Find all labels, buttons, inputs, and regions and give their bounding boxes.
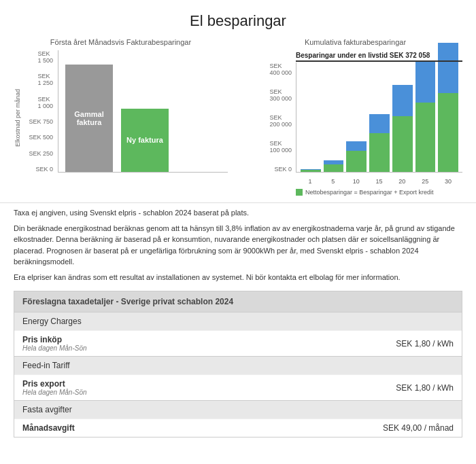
row-left-manadsavgift: Månadsavgift: [22, 423, 75, 433]
y-label-1500: SEK1 500: [37, 50, 53, 64]
group-feedin-tariff: Feed-in Tariff: [14, 356, 462, 374]
group-fasta-avgifter: Fasta avgifter: [14, 400, 462, 418]
cum-bar-group-5: [324, 160, 344, 172]
y-label-750: SEK 750: [29, 118, 53, 125]
y-label-250: SEK 250: [29, 150, 53, 157]
cum-bar-green-10: [346, 151, 367, 172]
cum-y-300k: SEK300 000: [269, 88, 292, 102]
charts-row: Första året Månadsvis Fakturabesparingar…: [0, 38, 476, 196]
row-left-pris-inkop: Pris inköp Hela dagen Mån-Sön: [22, 335, 87, 352]
pris-inkop-label: Pris inköp: [22, 335, 87, 344]
cum-x-label-20: 20: [392, 178, 412, 185]
group-energy-charges: Energy Charges: [14, 312, 462, 330]
y-label-1000: SEK1 000: [37, 96, 53, 109]
y-label-500: SEK 500: [29, 134, 53, 141]
table-row-pris-export: Pris export Hela dagen Mån-Sön SEK 1,80 …: [14, 374, 462, 400]
cum-bar-green-5: [324, 164, 344, 172]
info-section: Taxa ej angiven, using Svenskt elpris - …: [0, 202, 476, 291]
legend-row: Nettobesparingar = Besparingar + Export …: [248, 189, 462, 196]
right-chart-section: Kumulativa fakturabesparingar Besparinga…: [248, 38, 462, 196]
manadsavgift-label: Månadsavgift: [22, 423, 75, 433]
pris-export-label: Pris export: [22, 379, 87, 389]
pris-inkop-sublabel: Hela dagen Mån-Sön: [22, 344, 87, 352]
cum-bar-green-20: [392, 116, 413, 172]
info-line2: Din beräknade energikostnad beräknas gen…: [14, 223, 462, 268]
page-title: El besparingar: [0, 0, 476, 38]
bar-ny-label: Ny faktura: [126, 136, 163, 144]
cum-y-200k: SEK200 000: [269, 114, 292, 128]
cum-x-label-1: 1: [300, 178, 320, 185]
right-chart-title: Kumulativa fakturabesparingar: [248, 38, 462, 46]
table-row-manadsavgift: Månadsavgift SEK 49,00 / månad: [14, 418, 462, 437]
cum-bar-green-1: [301, 170, 321, 172]
cum-x-label-5: 5: [323, 178, 343, 185]
cum-bar-blue-30: [438, 43, 458, 93]
cum-y-0: SEK 0: [274, 166, 292, 173]
cum-bar-blue-15: [369, 114, 390, 133]
cum-x-label-10: 10: [346, 178, 367, 185]
table-section: Föreslagna taxadetaljer - Sverige privat…: [14, 291, 462, 438]
table-row-pris-inkop: Pris inköp Hela dagen Mån-Sön SEK 1,80 /…: [14, 330, 462, 356]
cum-bar-blue-25: [415, 62, 436, 103]
cum-bar-group-15: [369, 114, 390, 172]
cum-bar-group-10: [346, 141, 367, 172]
bar-ny-faktura: Ny faktura: [121, 109, 169, 172]
bar-gammal-faktura: Gammal faktura: [65, 65, 113, 172]
left-chart-title: Första året Månadsvis Fakturabesparingar: [14, 38, 228, 46]
savings-label: Besparingar under en livstid SEK 372 058: [296, 52, 462, 62]
cum-x-label-30: 30: [438, 178, 458, 185]
cum-bar-group-1: [301, 169, 321, 172]
pris-export-sublabel: Hela dagen Mån-Sön: [22, 389, 87, 396]
cum-bar-green-25: [415, 103, 436, 172]
cum-x-label-15: 15: [369, 178, 390, 185]
y-label-1250: SEK1 250: [37, 73, 53, 86]
cum-bar-group-20: [392, 85, 413, 172]
legend-green-box: [296, 189, 303, 196]
cum-bar-green-15: [369, 133, 390, 172]
row-left-pris-export: Pris export Hela dagen Mån-Sön: [22, 379, 87, 396]
cum-bar-group-30: [438, 43, 458, 172]
pris-inkop-value: SEK 1,80 / kWh: [396, 339, 454, 349]
manadsavgift-value: SEK 49,00 / månad: [383, 423, 454, 433]
cum-bar-group-25: [415, 62, 436, 172]
left-chart-section: Första året Månadsvis Fakturabesparingar…: [14, 38, 228, 196]
cum-bar-green-30: [438, 93, 458, 172]
legend-text: Nettobesparingar = Besparingar + Export …: [305, 189, 434, 196]
cum-y-400k: SEK400 000: [269, 63, 292, 76]
cum-x-label-25: 25: [415, 178, 435, 185]
pris-export-value: SEK 1,80 / kWh: [396, 383, 454, 393]
cum-bar-blue-10: [346, 141, 367, 151]
cum-bar-blue-20: [392, 85, 413, 115]
info-line1: Taxa ej angiven, using Svenskt elpris - …: [14, 207, 462, 219]
y-label-0: SEK 0: [35, 166, 53, 173]
bar-gammal-label: Gammal faktura: [65, 110, 113, 126]
cum-y-100k: SEK100 000: [269, 140, 292, 154]
info-line3: Era elpriser kan ändras som ett resultat…: [14, 272, 462, 283]
left-y-axis-label: Elkostnad per månad: [14, 89, 21, 147]
table-header: Föreslagna taxadetaljer - Sverige privat…: [14, 291, 462, 312]
